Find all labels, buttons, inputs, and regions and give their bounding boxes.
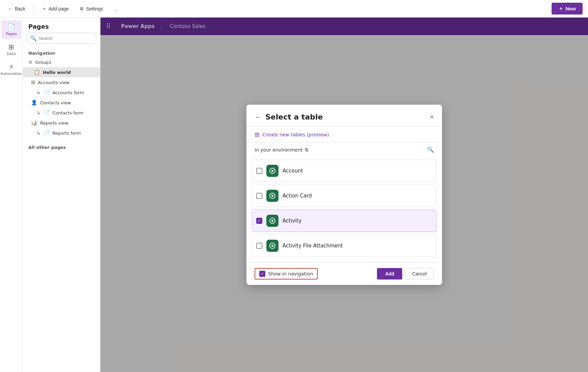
show-nav-label: Show in navigation — [268, 271, 313, 276]
add-page-button[interactable]: ＋ Add page — [39, 4, 71, 13]
table-row-account[interactable]: Account — [252, 160, 437, 182]
modal-header: ← Select a table × — [246, 105, 442, 127]
more-label: ... — [114, 6, 118, 11]
action-card-label: Action Card — [283, 193, 312, 199]
reports-form-indent: ↳ — [36, 130, 41, 136]
settings-button[interactable]: ⚙ Settings — [77, 5, 106, 13]
modal-back-button[interactable]: ← — [255, 113, 261, 121]
modal-close-button[interactable]: × — [430, 113, 434, 121]
env-label: In your environment — [255, 147, 303, 153]
contacts-form-label: Contacts form — [53, 110, 84, 115]
activity-checkbox[interactable]: ✓ — [256, 218, 262, 224]
accounts-form-label: Accounts form — [53, 90, 84, 95]
account-table-icon — [266, 165, 278, 177]
chevron-sort-icon: ⇅ — [305, 147, 309, 153]
show-nav-checkbox[interactable]: ✓ — [259, 271, 265, 277]
reports-form-label: Reports form — [53, 131, 81, 136]
nav-item-contacts-view[interactable]: 👤 Contacts view — [23, 98, 100, 108]
automation-label: Automation — [0, 72, 22, 76]
back-label: Back — [15, 6, 25, 11]
modal-body: Account Action Card ✓ — [246, 157, 442, 262]
sidebar-item-data[interactable]: ⊞ Data — [1, 40, 22, 59]
icon-sidebar: 📄 Pages ⊞ Data ⚡ Automation — [0, 18, 23, 372]
filter-row: In your environment ⇅ 🔍 — [246, 142, 442, 157]
accounts-form-indent: ↳ — [36, 89, 41, 96]
activity-table-icon — [266, 215, 278, 227]
svg-point-3 — [271, 195, 273, 197]
footer-buttons: Add Cancel — [377, 268, 434, 280]
navigation-label: Navigation — [23, 48, 100, 57]
sidebar-item-pages[interactable]: 📄 Pages — [1, 20, 22, 39]
new-button[interactable]: ＋ New — [552, 3, 583, 15]
action-card-checkbox[interactable] — [256, 193, 262, 199]
table-row-activity[interactable]: ✓ Activity — [252, 210, 437, 232]
search-box[interactable]: 🔍 — [27, 33, 96, 44]
reports-form-icon: 📄 — [43, 130, 50, 136]
nav-item-accounts-view[interactable]: ⊞ Accounts view — [23, 77, 100, 87]
activity-file-checkbox[interactable] — [256, 243, 262, 249]
env-selector[interactable]: In your environment ⇅ — [255, 147, 308, 153]
other-pages-label: All other pages — [23, 142, 100, 151]
show-in-navigation-row[interactable]: ✓ Show in navigation — [255, 268, 318, 280]
top-bar: ← Back ＋ Add page ⚙ Settings ... ＋ New — [0, 0, 588, 18]
pages-label: Pages — [6, 32, 17, 36]
add-button[interactable]: Add — [377, 268, 402, 280]
sidebar-item-automation[interactable]: ⚡ Automation — [1, 60, 22, 79]
modal-title: Select a table — [265, 113, 430, 121]
contacts-form-icon: 📄 — [43, 110, 50, 116]
more-button[interactable]: ... — [111, 5, 121, 13]
new-label: New — [565, 6, 576, 11]
modal-footer: ✓ Show in navigation Add Cancel — [246, 262, 442, 285]
accounts-view-label: Accounts view — [38, 80, 69, 85]
search-input[interactable] — [39, 36, 93, 41]
main-layout: 📄 Pages ⊞ Data ⚡ Automation Pages 🔍 Navi… — [0, 18, 588, 372]
create-new-tables-row[interactable]: ⊞ Create new tables (preview) — [246, 127, 442, 142]
table-row-activity-file[interactable]: Activity File Attachment — [252, 235, 437, 257]
svg-point-7 — [271, 245, 273, 247]
nav-item-contacts-form[interactable]: ↳ 📄 Contacts form — [23, 108, 100, 118]
svg-point-5 — [271, 220, 273, 222]
main-content: ⠿ Power Apps Contoso Sales ← Select a ta… — [100, 18, 588, 372]
accounts-form-icon: 📄 — [43, 89, 50, 96]
pages-panel: Pages 🔍 Navigation ≡ Group1 📋 Hello worl… — [23, 18, 100, 372]
pages-title: Pages — [23, 18, 100, 33]
modal-back-icon: ← — [255, 113, 261, 121]
svg-point-1 — [271, 170, 273, 172]
account-checkbox[interactable] — [256, 168, 262, 174]
group1-label: Group1 — [35, 60, 52, 65]
nav-item-group1[interactable]: ≡ Group1 — [23, 57, 100, 67]
search-icon: 🔍 — [30, 35, 37, 42]
pages-icon: 📄 — [7, 23, 16, 31]
modal-search-icon[interactable]: 🔍 — [427, 147, 434, 153]
reports-view-label: Reports view — [40, 121, 68, 126]
add-page-label: Add page — [49, 6, 69, 11]
settings-label: Settings — [86, 6, 103, 11]
accounts-view-icon: ⊞ — [31, 79, 35, 85]
action-card-table-icon — [266, 190, 278, 202]
settings-icon: ⚙ — [80, 6, 84, 11]
account-label: Account — [283, 168, 303, 174]
automation-icon: ⚡ — [9, 63, 13, 71]
hello-world-label: Hello world — [43, 70, 71, 75]
select-table-modal: ← Select a table × ⊞ Create new tables (… — [246, 105, 442, 285]
activity-file-label: Activity File Attachment — [283, 243, 343, 249]
group1-icon: ≡ — [28, 59, 33, 65]
create-new-label: Create new tables (preview) — [262, 132, 329, 137]
nav-item-reports-form[interactable]: ↳ 📄 Reports form — [23, 128, 100, 138]
data-icon: ⊞ — [8, 43, 14, 51]
hello-world-icon: 📋 — [34, 69, 40, 75]
nav-item-hello-world[interactable]: 📋 Hello world — [23, 67, 100, 77]
activity-label: Activity — [283, 218, 301, 224]
divider1 — [33, 5, 34, 13]
modal-overlay: ← Select a table × ⊞ Create new tables (… — [100, 18, 588, 372]
table-row-action-card[interactable]: Action Card — [252, 185, 437, 207]
data-label: Data — [7, 52, 16, 56]
activity-file-table-icon — [266, 240, 278, 252]
new-plus-icon: ＋ — [558, 5, 563, 12]
back-button[interactable]: ← Back — [5, 5, 28, 13]
create-table-icon: ⊞ — [255, 131, 260, 138]
contacts-view-label: Contacts view — [40, 100, 71, 105]
cancel-button[interactable]: Cancel — [405, 268, 434, 280]
nav-item-reports-view[interactable]: 📊 Reports view — [23, 118, 100, 128]
nav-item-accounts-form[interactable]: ↳ 📄 Accounts form — [23, 87, 100, 98]
